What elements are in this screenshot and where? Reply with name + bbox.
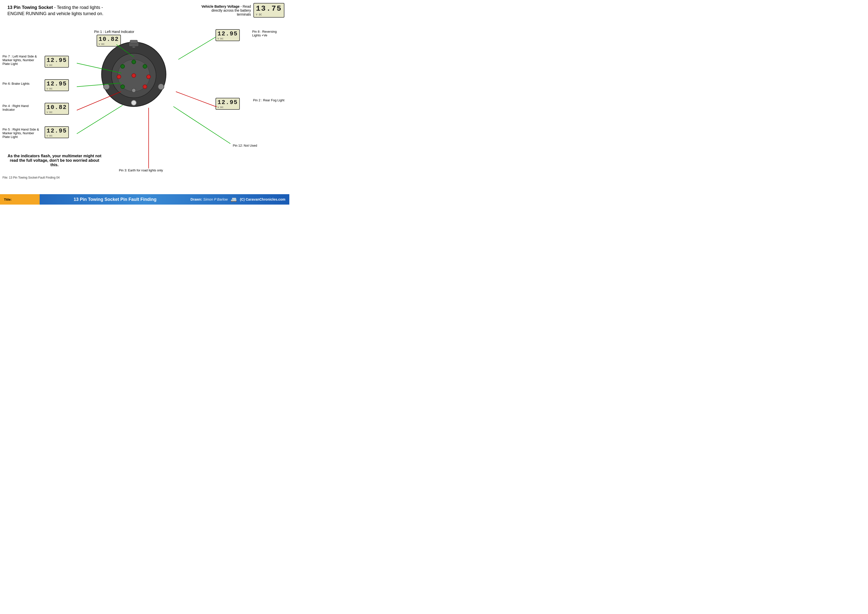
pin7-display: 12.95 V DC: [45, 56, 69, 68]
svg-point-2: [104, 84, 110, 90]
svg-rect-16: [130, 40, 138, 43]
svg-line-23: [176, 91, 215, 107]
pin4-display: 10.82 V DC: [45, 103, 69, 115]
pin8-display: 12.95 V DC: [215, 29, 240, 41]
pin7-value: 12.95: [46, 57, 67, 64]
svg-point-17: [131, 100, 136, 105]
pin7-label: Pin 7 : Left Hand Side & Marker lights, …: [3, 54, 42, 66]
pin4-value: 10.82: [46, 104, 67, 111]
drawn-name: Simon P Barlow: [203, 197, 228, 202]
title-bold: 13 Pin Towing Socket: [8, 5, 53, 10]
battery-unit: V DC: [256, 13, 282, 16]
pin2-label: Pin 2 : Rear Fog Light: [253, 98, 284, 102]
pin5-display: 12.95 V DC: [45, 126, 69, 138]
file-label: File: 13 Pin Towing Socket-Fault Finding…: [3, 176, 60, 179]
caravan-icon: 🚐: [231, 196, 237, 202]
svg-point-3: [158, 84, 164, 90]
main-title: 13 Pin Towing Socket - Testing the road …: [8, 5, 112, 17]
pin5-label: Pin 5 : Right Hand Side & Marker lights,…: [3, 127, 42, 139]
pin2-display: 12.95 V DC: [215, 98, 240, 110]
pin6-value: 12.95: [46, 81, 67, 87]
title-section: Title:: [0, 194, 40, 205]
battery-section: Vehicle Battery Voltage - Read directly …: [202, 3, 284, 18]
svg-point-7: [143, 64, 147, 68]
battery-display: 13.75 V DC: [253, 3, 284, 18]
svg-point-9: [143, 85, 147, 89]
pin1-label: Pin 1 : Left Hand Indicator: [94, 30, 134, 34]
svg-point-11: [121, 85, 125, 89]
pin5-value: 12.95: [46, 127, 67, 134]
svg-point-13: [121, 64, 125, 68]
drawn-label: Drawn:: [191, 197, 202, 202]
svg-point-10: [132, 88, 136, 92]
svg-point-8: [147, 75, 150, 79]
svg-line-19: [178, 37, 215, 59]
pin8-value: 12.95: [217, 31, 238, 37]
drawn-section: Drawn: Simon P Barlow: [191, 197, 228, 202]
pin6-display: 12.95 V DC: [45, 79, 69, 91]
bottom-bar-main-title: 13 Pin Towing Socket Pin Fault Finding: [40, 197, 191, 202]
battery-unit-dc: DC: [259, 13, 262, 16]
svg-point-6: [132, 60, 136, 64]
pin3-label: Pin 3: Earth for road lights only: [119, 168, 163, 172]
socket-diagram: [97, 37, 171, 112]
svg-point-14: [132, 74, 136, 78]
pin8-label: Pin 8 : Reversing Lights +Ve: [252, 30, 284, 37]
battery-label-bold: Vehicle Battery Voltage: [202, 5, 240, 8]
pin2-value: 12.95: [217, 99, 238, 106]
svg-line-26: [174, 107, 230, 144]
bottom-bar-right: Drawn: Simon P Barlow 🚐 (C) CaravanChron…: [191, 196, 289, 202]
pin4-label: Pin 4 : Right Hand Indicator: [3, 104, 40, 112]
svg-point-12: [117, 75, 121, 79]
bottom-bar: Title: 13 Pin Towing Socket Pin Fault Fi…: [0, 194, 289, 205]
pin6-label: Pin 6: Brake Lights: [3, 82, 29, 85]
main-content: 13 Pin Towing Socket - Testing the road …: [0, 0, 289, 193]
pin12-label: Pin 12: Not Used: [233, 144, 257, 147]
battery-label: Vehicle Battery Voltage - Read directly …: [202, 5, 251, 16]
title-prefix: Title:: [4, 198, 12, 202]
copyright-text: (C) CaravanChronicles.com: [240, 197, 285, 202]
battery-value: 13.75: [256, 5, 282, 13]
battery-unit-v: V: [256, 13, 257, 16]
bottom-note: As the indicators flash, your multimeter…: [8, 154, 102, 167]
